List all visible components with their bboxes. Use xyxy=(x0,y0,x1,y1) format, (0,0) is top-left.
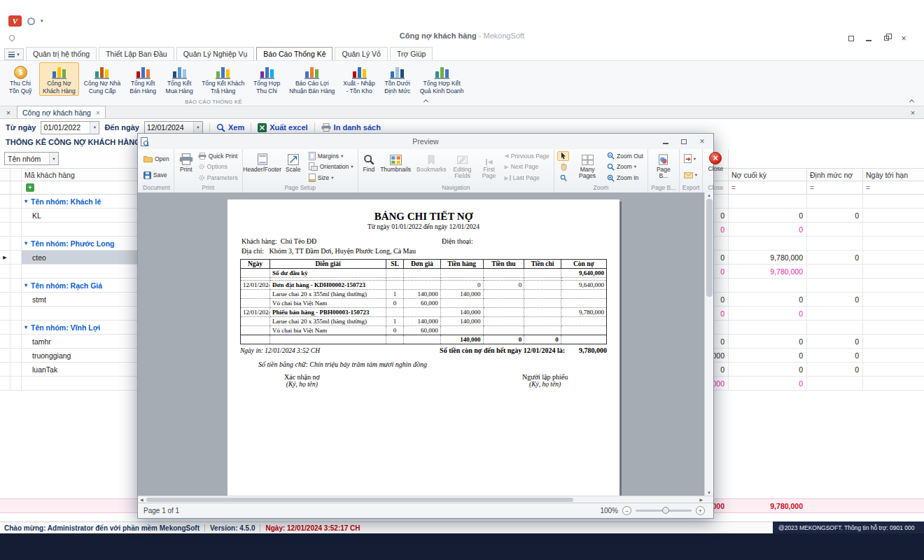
quick-print-button[interactable]: Quick Print xyxy=(197,150,239,161)
preview-titlebar[interactable]: Preview xyxy=(138,134,713,149)
ribbon-report-button[interactable]: Xuất - Nhập - Tồn Kho xyxy=(340,62,378,96)
ribbon-report-button[interactable]: Thu Chi Tồn Quỹ xyxy=(3,62,38,96)
column-header-customer-code[interactable]: Mã khách hàng xyxy=(22,169,146,181)
filter-equals-icon[interactable]: = xyxy=(807,184,814,192)
to-date-dropdown-icon[interactable] xyxy=(193,122,202,134)
zoom-in-button[interactable] xyxy=(696,506,705,515)
preview-maximize-button[interactable] xyxy=(676,135,692,148)
scroll-up-icon[interactable] xyxy=(707,193,711,197)
app-menu-button[interactable] xyxy=(4,48,24,60)
grid-row[interactable] xyxy=(0,265,146,279)
ribbon-report-button[interactable]: Công Nợ Khách Hàng xyxy=(39,62,79,96)
save-button[interactable]: Save xyxy=(142,170,171,181)
scrollbar-thumb[interactable] xyxy=(706,199,713,297)
ribbon-tab[interactable]: Thiết Lập Ban Đầu xyxy=(99,47,174,60)
send-email-button[interactable] xyxy=(682,170,699,181)
zoom-button[interactable]: Zoom xyxy=(606,162,645,172)
group-filter-dropdown[interactable]: Tên nhóm xyxy=(4,152,59,165)
ribbon-report-button[interactable]: Công Nợ Nhà Cung Cấp xyxy=(80,62,124,96)
ribbon-report-button[interactable]: Tổng Kết Mua Hàng xyxy=(162,62,197,96)
column-header-dinh-muc-no[interactable]: Định mức nợ xyxy=(806,169,862,181)
zoom-out-button[interactable]: Zoom Out xyxy=(606,150,645,161)
editing-fields-button[interactable]: Editing Fields xyxy=(450,150,475,183)
app-logo[interactable]: V xyxy=(8,15,22,27)
preview-minimize-button[interactable] xyxy=(657,135,674,148)
scroll-right-icon[interactable] xyxy=(699,497,703,502)
grid-row[interactable]: Tên nhóm: Vĩnh Lợi xyxy=(0,321,146,335)
fullscreen-button[interactable] xyxy=(845,33,858,43)
grid-row[interactable]: Tên nhóm: Khách lẻ xyxy=(0,195,146,209)
print-list-button[interactable]: In danh sách xyxy=(321,123,381,132)
ribbon-tab[interactable]: Quản trị hệ thống xyxy=(26,47,97,60)
grid-row[interactable]: Tên nhóm: Phước Long xyxy=(0,237,146,251)
zoom-slider[interactable] xyxy=(636,510,692,512)
scrollbar-thumb[interactable] xyxy=(146,498,573,502)
document-tab[interactable]: Công nợ khách hàng xyxy=(17,106,106,118)
parameters-button[interactable]: Parameters xyxy=(197,173,239,183)
record-icon[interactable] xyxy=(27,18,35,25)
previous-page-button[interactable]: Previous Page xyxy=(503,150,551,161)
scroll-left-icon[interactable] xyxy=(140,497,144,502)
ribbon-report-button[interactable]: Tổng Hợp Thu Chi xyxy=(249,62,284,96)
ribbon-report-button[interactable]: Báo Cáo Lợi Nhuận Bán Hàng xyxy=(286,62,338,96)
close-preview-button[interactable]: Close xyxy=(706,150,725,183)
export-document-button[interactable] xyxy=(682,153,699,164)
from-date-dropdown-icon[interactable] xyxy=(90,122,99,134)
close-tab-icon[interactable] xyxy=(96,108,100,117)
size-button[interactable]: Size xyxy=(307,173,355,183)
column-header-no-cuoi-ky[interactable]: Nợ cuối kỳ xyxy=(728,169,806,181)
from-date-input[interactable] xyxy=(41,122,90,134)
hand-tool-button[interactable] xyxy=(557,162,569,172)
zoom-slider-thumb[interactable] xyxy=(662,507,669,514)
minimize-button[interactable] xyxy=(862,33,875,43)
preview-horizontal-scrollbar[interactable] xyxy=(138,496,713,503)
header-footer-button[interactable]: Header/Footer xyxy=(246,150,279,183)
ribbon-report-button[interactable]: Tổng Kết Bán Hàng xyxy=(125,62,160,96)
preview-vertical-scrollbar[interactable] xyxy=(704,192,713,496)
zoom-in-button[interactable]: Zoom In xyxy=(606,173,645,183)
filter-equals-icon[interactable]: = xyxy=(729,184,736,192)
zoom-out-button[interactable] xyxy=(622,506,631,515)
preview-close-button[interactable] xyxy=(694,135,710,148)
scale-button[interactable]: Scale xyxy=(281,150,306,183)
last-page-button[interactable]: Last Page xyxy=(503,173,551,183)
page-background-button[interactable]: Page B... xyxy=(651,150,676,183)
many-pages-button[interactable]: Many Pages xyxy=(570,150,604,183)
grid-row[interactable] xyxy=(0,377,146,391)
to-date-input[interactable] xyxy=(145,122,193,134)
column-header-ngay-toi-han[interactable]: Ngày tới hạn xyxy=(862,169,924,181)
grid-row[interactable]: luanTak xyxy=(0,363,146,377)
grid-row[interactable]: stmt xyxy=(0,293,146,307)
pointer-tool-button[interactable] xyxy=(557,151,569,161)
ribbon-collapse-icon[interactable] xyxy=(909,99,914,104)
ribbon-report-button[interactable]: Tồn Dưới Định Mức xyxy=(380,62,415,96)
grid-row[interactable]: cteo xyxy=(0,251,146,265)
close-button[interactable] xyxy=(897,33,910,43)
export-excel-button[interactable]: Xuất excel xyxy=(258,123,307,132)
bookmarks-button[interactable]: Bookmarks xyxy=(414,150,449,183)
next-page-button[interactable]: Next Page xyxy=(503,162,551,172)
options-button[interactable]: Options xyxy=(197,162,239,172)
add-filter-icon[interactable] xyxy=(26,183,34,192)
grid-row[interactable]: truonggiang xyxy=(0,349,146,363)
grid-row[interactable] xyxy=(0,307,146,321)
ribbon-report-button[interactable]: Tổng Kết Khách Trả Hàng xyxy=(198,62,248,96)
ribbon-tab[interactable]: Quản Lý Vỏ xyxy=(335,47,387,60)
open-button[interactable]: Open xyxy=(142,153,171,164)
ribbon-tab[interactable]: Trợ Giúp xyxy=(390,47,433,60)
close-all-tabs-button[interactable] xyxy=(3,107,14,118)
margins-button[interactable]: Margins xyxy=(307,150,355,161)
first-page-button[interactable]: First Page xyxy=(477,150,502,183)
qat-dropdown-icon[interactable] xyxy=(41,18,43,24)
ribbon-report-button[interactable]: Tổng Hợp Kết Quả Kinh Doanh xyxy=(416,62,468,96)
close-document-button[interactable] xyxy=(907,107,918,118)
magnifier-tool-button[interactable] xyxy=(557,173,569,183)
ribbon-tab[interactable]: Báo Cáo Thống Kê xyxy=(256,47,332,60)
filter-equals-icon[interactable]: = xyxy=(863,184,870,192)
grid-row[interactable] xyxy=(0,223,146,237)
scroll-down-icon[interactable] xyxy=(707,491,711,495)
grid-row[interactable]: KL xyxy=(0,209,146,223)
thumbnails-button[interactable]: Thumbnails xyxy=(378,150,413,183)
restore-button[interactable] xyxy=(880,33,892,43)
view-button[interactable]: Xem xyxy=(216,123,244,132)
